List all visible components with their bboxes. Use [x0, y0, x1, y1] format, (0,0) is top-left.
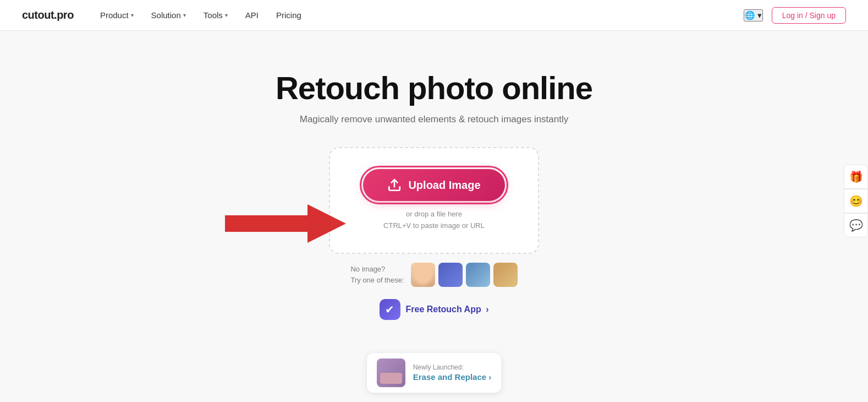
hero-title: Retouch photo online [276, 69, 592, 106]
chat-button[interactable]: 💬 [844, 213, 868, 237]
nav-solution[interactable]: Solution ▾ [151, 10, 186, 20]
gift-button[interactable]: 🎁 [844, 165, 868, 189]
avatar-button[interactable]: 😊 [844, 189, 868, 213]
tools-chevron-icon: ▾ [225, 12, 228, 18]
app-icon: ✔ [380, 299, 400, 320]
solution-chevron-icon: ▾ [183, 12, 186, 18]
nav-pricing[interactable]: Pricing [276, 10, 301, 20]
sample-thumb-1[interactable] [411, 263, 435, 287]
sidebar-right: 🎁 😊 💬 [844, 165, 868, 237]
sample-row: No image? Try one of these: [350, 263, 517, 287]
free-app-row[interactable]: ✔ Free Retouch App › [380, 299, 489, 320]
navbar: cutout.pro Product ▾ Solution ▾ Tools ▾ … [0, 0, 868, 31]
launch-text: Newly Launched: Erase and Replace › [413, 363, 492, 382]
nav-api[interactable]: API [245, 10, 259, 20]
sample-thumbs [411, 263, 518, 287]
language-button[interactable]: 🌐 ▾ [744, 9, 763, 21]
svg-marker-0 [225, 204, 346, 243]
nav-links: Product ▾ Solution ▾ Tools ▾ API Pricing [100, 10, 744, 20]
logo[interactable]: cutout.pro [22, 9, 74, 21]
upload-image-button[interactable]: Upload Image [363, 169, 504, 201]
product-chevron-icon: ▾ [131, 12, 134, 18]
arrow-indicator [225, 202, 346, 248]
launch-link[interactable]: Erase and Replace › [413, 372, 492, 382]
lang-chevron-icon: ▾ [757, 10, 762, 20]
sample-thumb-2[interactable] [438, 263, 463, 287]
launch-thumbnail [377, 358, 405, 387]
hero-subtitle: Magically remove unwanted elements & ret… [300, 114, 569, 125]
login-signup-button[interactable]: Log in / Sign up [772, 7, 846, 24]
nav-product[interactable]: Product ▾ [100, 10, 134, 20]
app-link-label: Free Retouch App › [406, 305, 489, 314]
sample-thumb-4[interactable] [493, 263, 518, 287]
sample-thumb-3[interactable] [466, 263, 490, 287]
drop-hint: or drop a file here CTRL+V to paste imag… [383, 209, 485, 232]
upload-icon [387, 178, 402, 192]
nav-right: 🌐 ▾ Log in / Sign up [744, 7, 846, 24]
translate-icon: 🌐 [745, 10, 755, 20]
main-content: Retouch photo online Magically remove un… [0, 31, 868, 393]
nav-tools[interactable]: Tools ▾ [204, 10, 228, 20]
upload-card: Upload Image or drop a file here CTRL+V … [329, 147, 539, 254]
launch-label: Newly Launched: [413, 363, 492, 371]
launch-badge[interactable]: Newly Launched: Erase and Replace › [367, 353, 502, 393]
no-image-label: No image? Try one of these: [350, 264, 404, 285]
